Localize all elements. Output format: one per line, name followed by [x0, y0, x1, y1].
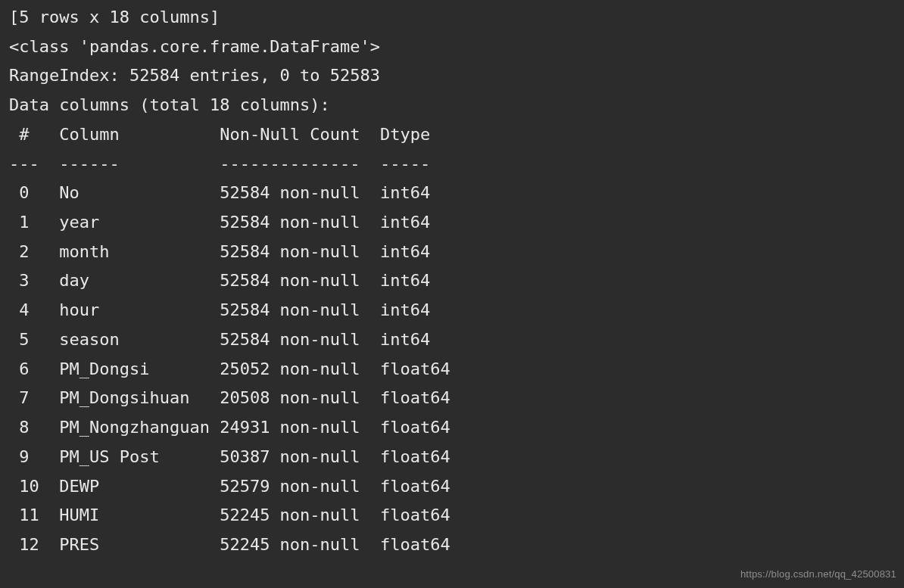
row-index: 1 [9, 213, 49, 232]
row-nonnull: 52245 non-null [210, 535, 370, 554]
row-index: 12 [9, 535, 49, 554]
divider-column: ------ [49, 154, 210, 173]
row-nonnull: 52584 non-null [210, 300, 370, 319]
header-index: # [9, 125, 49, 144]
row-dtype: float64 [370, 447, 450, 466]
terminal-output: [5 rows x 18 columns] <class 'pandas.cor… [0, 0, 904, 560]
row-dtype: float64 [370, 477, 450, 496]
header-nonnull: Non-Null Count [210, 125, 370, 144]
row-index: 3 [9, 271, 49, 290]
row-column: PM_Dongsihuan [49, 388, 210, 407]
row-dtype: float64 [370, 418, 450, 437]
row-nonnull: 52245 non-null [210, 506, 370, 524]
row-index: 8 [9, 418, 49, 437]
row-nonnull: 25052 non-null [210, 359, 370, 378]
row-column: PM_US Post [49, 447, 210, 466]
row-column: HUMI [49, 506, 210, 524]
row-index: 10 [9, 477, 49, 496]
df-rangeindex-line: RangeIndex: 52584 entries, 0 to 52583 [9, 66, 380, 85]
row-nonnull: 52584 non-null [210, 242, 370, 261]
row-nonnull: 52584 non-null [210, 213, 370, 232]
row-nonnull: 20508 non-null [210, 388, 370, 407]
row-column: month [49, 242, 210, 261]
watermark-text: https://blog.csdn.net/qq_42500831 [740, 566, 896, 583]
row-dtype: float64 [370, 506, 450, 524]
divider-nonnull: -------------- [210, 154, 370, 173]
row-index: 2 [9, 242, 49, 261]
row-column: PRES [49, 535, 210, 554]
row-index: 6 [9, 359, 49, 378]
row-column: PM_Dongsi [49, 359, 210, 378]
row-column: No [49, 183, 210, 202]
divider-dtype: ----- [370, 154, 450, 173]
df-class-line: <class 'pandas.core.frame.DataFrame'> [9, 37, 380, 56]
row-index: 5 [9, 330, 49, 349]
row-nonnull: 24931 non-null [210, 418, 370, 437]
row-dtype: float64 [370, 359, 450, 378]
row-index: 11 [9, 506, 49, 524]
row-index: 9 [9, 447, 49, 466]
header-dtype: Dtype [370, 125, 450, 144]
row-index: 7 [9, 388, 49, 407]
row-column: day [49, 271, 210, 290]
header-column: Column [49, 125, 210, 144]
row-column: PM_Nongzhanguan [49, 418, 210, 437]
row-column: year [49, 213, 210, 232]
divider-index: --- [9, 154, 49, 173]
df-shape-line: [5 rows x 18 columns] [9, 8, 220, 26]
row-nonnull: 50387 non-null [210, 447, 370, 466]
row-index: 0 [9, 183, 49, 202]
row-index: 4 [9, 300, 49, 319]
row-column: hour [49, 300, 210, 319]
row-column: DEWP [49, 477, 210, 496]
row-dtype: float64 [370, 388, 450, 407]
row-dtype: int64 [370, 271, 450, 290]
row-dtype: float64 [370, 535, 450, 554]
row-nonnull: 52584 non-null [210, 330, 370, 349]
row-column: season [49, 330, 210, 349]
df-datacols-line: Data columns (total 18 columns): [9, 95, 330, 114]
row-dtype: int64 [370, 300, 450, 319]
row-dtype: int64 [370, 330, 450, 349]
row-nonnull: 52584 non-null [210, 271, 370, 290]
row-dtype: int64 [370, 213, 450, 232]
row-dtype: int64 [370, 183, 450, 202]
row-nonnull: 52584 non-null [210, 183, 370, 202]
row-dtype: int64 [370, 242, 450, 261]
row-nonnull: 52579 non-null [210, 477, 370, 496]
